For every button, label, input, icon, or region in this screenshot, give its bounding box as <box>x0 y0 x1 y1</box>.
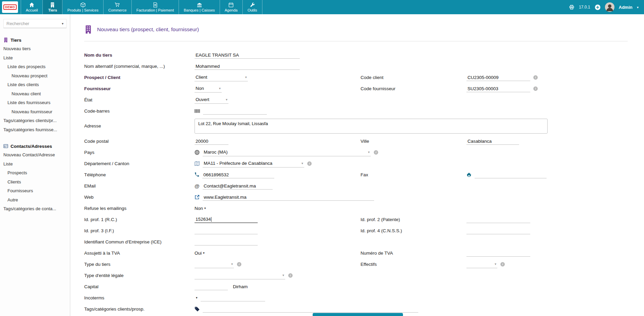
num-tva-input[interactable] <box>466 250 530 257</box>
ice-input[interactable] <box>195 238 258 245</box>
chevron-down-icon[interactable]: ▾ <box>637 5 639 9</box>
field-label: Nom du tiers <box>84 53 195 58</box>
sidebar-item-contacts-fournisseurs[interactable]: Fournisseurs <box>0 186 70 196</box>
entite-legale-select[interactable]: ▾ <box>195 272 285 279</box>
menu-item-produits-services[interactable]: Produits | Services <box>62 0 104 14</box>
field-label: Id. prof. 1 (R.C.) <box>84 217 195 222</box>
adresse-textarea[interactable]: Lot 22, Rue Moulay Ismail, Lissasfa <box>195 119 548 134</box>
sidebar-item-nouveau-contact[interactable]: Nouveau Contact/Adresse <box>0 151 70 160</box>
avatar[interactable] <box>605 2 614 12</box>
pays-select[interactable]: Maroc (MA) ▾ <box>203 149 371 156</box>
capital-input[interactable] <box>195 283 228 290</box>
sidebar-item-tags-clients[interactable]: Tags/catégories clients/pr... <box>0 116 70 125</box>
web-input[interactable]: www.Eagletransit.ma <box>203 194 374 201</box>
select-value: Ouvert <box>196 97 209 102</box>
user-name[interactable]: Admin <box>619 5 632 10</box>
chevron-down-icon: ▾ <box>203 251 205 255</box>
form-row-etat: État Ouvert ▾ <box>84 94 628 105</box>
sidebar-item-nouveau-client[interactable]: Nouveau client <box>0 90 70 99</box>
sidebar-item-liste-fournisseurs[interactable]: Liste des fournisseurs <box>0 98 70 107</box>
sidebar-item-contacts-prospects[interactable]: Prospects <box>0 169 70 178</box>
field-label: Identifiant Commun d'Entreprise (ICE) <box>84 239 195 244</box>
info-icon[interactable]: i <box>374 150 378 155</box>
type-tiers-select[interactable]: ▾ <box>195 260 234 268</box>
prospect-client-select[interactable]: Client ▾ <box>195 74 248 81</box>
form-row-entite-legale: Type d'entité légale ▾ i <box>84 270 628 281</box>
incoterms-select[interactable]: ▾ <box>195 296 198 299</box>
effectifs-select[interactable]: ▾ <box>466 260 497 268</box>
telephone-input[interactable]: 0661896532 <box>202 171 274 178</box>
code-fournisseur-input[interactable]: SU2305-00003 <box>466 85 530 92</box>
name-input[interactable]: EAGLE TRANSIT SA <box>195 52 300 59</box>
menu-item-facturation[interactable]: Facturation | Paiement <box>132 0 179 14</box>
code-postal-input[interactable]: 20000 <box>195 138 228 145</box>
alt-name-input[interactable]: Mohammed <box>195 63 300 70</box>
incoterms-place-input[interactable] <box>201 294 265 301</box>
info-icon[interactable]: i <box>307 161 312 166</box>
sidebar-item-tags-fournisseurs[interactable]: Tags/catégories fournisse... <box>0 125 70 135</box>
currency-label: Dirham <box>233 284 248 289</box>
menu-label: Banques | Caisses <box>184 8 215 12</box>
sidebar-item-liste[interactable]: Liste <box>0 54 70 63</box>
chevron-down-icon: ▾ <box>226 98 227 101</box>
menu-item-tiers[interactable]: Tiers <box>43 0 62 14</box>
sidebar-item-contacts-autre[interactable]: Autre <box>0 196 70 205</box>
sidebar-item-nouveau-fournisseur[interactable]: Nouveau fournisseur <box>0 107 70 117</box>
top-navbar: DEMO Accueil Tiers Produits | Services C… <box>0 0 644 14</box>
id-prof4-input[interactable] <box>466 227 530 234</box>
email-input[interactable]: Contact@Eagletransit.ma <box>203 182 273 190</box>
code-client-input[interactable]: CU2305-00009 <box>466 74 530 81</box>
menu-item-banques[interactable]: Banques | Caisses <box>179 0 220 14</box>
ville-input[interactable]: Casablanca <box>466 138 519 145</box>
chevron-down-icon: ▾ <box>231 262 233 266</box>
menu-item-commerce[interactable]: Commerce <box>104 0 132 14</box>
sidebar-item-liste-clients[interactable]: Liste des clients <box>0 80 70 90</box>
id-prof1-input[interactable]: 152634 <box>195 216 258 223</box>
app-logo[interactable]: DEMO <box>2 1 18 13</box>
section-title: Tiers <box>11 38 21 43</box>
departement-select[interactable]: MA11 - Préfecture de Casablanca ▾ <box>203 160 304 167</box>
sidebar-item-liste-contacts[interactable]: Liste <box>0 160 70 169</box>
menu-item-accueil[interactable]: Accueil <box>21 0 43 14</box>
field-label: Prospect / Client <box>84 75 195 80</box>
id-prof2-input[interactable] <box>466 216 530 223</box>
create-button[interactable] <box>313 313 403 316</box>
field-label: Type d'entité légale <box>84 273 195 278</box>
form-row-id-prof-1-3: Id. prof. 1 (R.C.) 152634 Id. prof. 2 (P… <box>84 214 628 225</box>
sidebar-item-nouveau-prospect[interactable]: Nouveau prospect <box>0 72 70 81</box>
products-icon <box>80 2 86 7</box>
refuse-emailings-select[interactable]: Non ▾ <box>195 206 206 211</box>
at-icon: @ <box>195 183 200 189</box>
add-icon[interactable] <box>595 4 601 10</box>
sidebar-item-contacts-clients[interactable]: Clients <box>0 178 70 187</box>
chevron-down-icon: ▾ <box>495 262 496 266</box>
field-label: Département / Canton <box>84 161 195 166</box>
chevron-down-icon: ▾ <box>204 206 206 210</box>
menu-item-outils[interactable]: Outils <box>243 0 262 14</box>
form-row-fournisseur: Fournisseur Non ▾ Code fournisseur SU230… <box>84 83 628 94</box>
fax-icon <box>466 172 472 177</box>
info-icon[interactable]: i <box>237 262 241 266</box>
id-prof3-input[interactable] <box>195 227 258 234</box>
search-input[interactable]: Rechercher ▾ <box>3 19 67 28</box>
print-icon[interactable] <box>569 4 574 10</box>
fax-input[interactable] <box>475 171 547 178</box>
info-icon[interactable]: i <box>288 273 293 278</box>
fournisseur-select[interactable]: Non ▾ <box>195 85 222 93</box>
field-label: Code client <box>361 75 466 80</box>
info-icon[interactable]: i <box>533 86 538 91</box>
sidebar-item-liste-prospects[interactable]: Liste des prospects <box>0 62 70 72</box>
tags-input[interactable] <box>203 305 418 313</box>
tag-icon <box>195 307 200 312</box>
info-icon[interactable]: i <box>533 75 538 80</box>
etat-select[interactable]: Ouvert ▾ <box>195 96 228 104</box>
menu-item-agenda[interactable]: Agenda <box>220 0 243 14</box>
menu-label: Commerce <box>108 8 127 12</box>
tva-select[interactable]: Oui ▾ <box>195 251 205 256</box>
sidebar-item-nouveau-tiers[interactable]: Nouveau tiers <box>0 44 70 54</box>
form-row-nom-alternatif: Nom alternatif (commercial, marque, ...)… <box>84 61 628 72</box>
sidebar-item-tags-contacts[interactable]: Tags/catégories de conta... <box>0 204 70 214</box>
barcode-input[interactable] <box>203 107 267 115</box>
text-cursor <box>211 217 211 222</box>
info-icon[interactable]: i <box>500 262 505 266</box>
